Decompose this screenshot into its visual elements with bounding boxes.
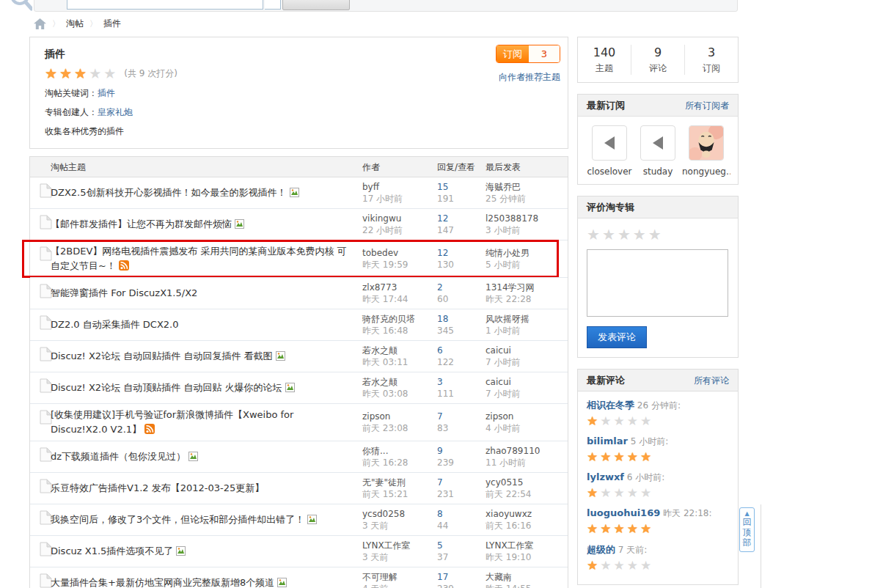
thread-title-link[interactable]: dz下载频道插件（包你没见过） — [51, 451, 186, 462]
comment-user-link[interactable]: lylzwxf — [587, 471, 624, 482]
breadcrumb-link-taotie[interactable]: 淘帖 — [66, 18, 84, 30]
lastpost-user-link[interactable]: caicui — [486, 345, 568, 356]
star-empty: ★ — [618, 226, 633, 243]
thread-title-link[interactable]: Discuz X1.5插件选项不见了 — [51, 545, 173, 556]
comment-user-link[interactable]: luoguohui169 — [587, 507, 660, 518]
reply-count-link[interactable]: 17 — [437, 571, 486, 583]
reply-count-link[interactable]: 12 — [437, 247, 486, 259]
home-icon[interactable] — [34, 18, 46, 29]
thread-title-link[interactable]: [收集使用建议]手机号验证for新浪微博插件【Xweibo for Discuz… — [51, 409, 293, 435]
recommend-to-author-link[interactable]: 向作者推荐主题 — [499, 71, 560, 84]
rate-input-stars[interactable]: ★★★★★ — [587, 232, 664, 242]
table-row: 【邮件群发插件】让您不再为群发邮件烦恼 vikingwu 22 小时前 12 1… — [30, 208, 568, 240]
avatar[interactable] — [592, 125, 627, 161]
lastpost-user-link[interactable]: zipson — [486, 411, 568, 422]
reply-count-link[interactable]: 18 — [437, 313, 486, 325]
author-link[interactable]: byff — [362, 181, 437, 193]
reply-count-link[interactable]: 9 — [437, 445, 486, 457]
thread-title-link[interactable]: 我换空间后，修改了3个文件，但论坛和部分插件却出错了！ — [51, 514, 304, 525]
comment-user-link[interactable]: 超级的 — [587, 544, 615, 555]
thread-title-link[interactable]: 智能弹窗插件 For DiscuzX1.5/X2 — [51, 287, 197, 298]
reply-count-link[interactable]: 5 — [437, 540, 486, 551]
reply-count-link[interactable]: 2 — [437, 282, 486, 293]
all-subscribers-link[interactable]: 所有订阅者 — [685, 95, 729, 117]
table-row: DZX2.5创新科技开心影视插件！如今最全的影视插件！ byff 17 小时前 … — [30, 177, 568, 208]
all-comments-link[interactable]: 所有评论 — [694, 370, 729, 392]
author-link[interactable]: 骑舒克的贝塔 — [362, 313, 437, 325]
star-filled: ★ — [45, 65, 59, 81]
lastpost-user-link[interactable]: caicui — [486, 376, 568, 388]
author-link[interactable]: 若水之颠 — [362, 345, 437, 356]
thread-title-cell: DZX2.5创新科技开心影视插件！如今最全的影视插件！ — [51, 185, 362, 200]
reply-count-link[interactable]: 3 — [437, 376, 486, 388]
author-link[interactable]: 你猜... — [362, 445, 437, 457]
reply-count-link[interactable]: 15 — [437, 181, 486, 193]
star-empty: ★ — [600, 558, 613, 573]
subscribe-button[interactable]: 订阅 3 — [496, 45, 560, 63]
author-link[interactable]: 不可理解 — [362, 571, 437, 583]
star-filled: ★ — [627, 521, 640, 536]
thread-title-cell: DZ2.0 自动采集插件 DCX2.0 — [51, 317, 362, 332]
avatar[interactable] — [640, 125, 675, 161]
reply-count-link[interactable]: 8 — [437, 508, 486, 520]
subscriber-name[interactable]: closelover — [585, 166, 634, 177]
reply-count-link[interactable]: 7 — [437, 411, 486, 422]
lastpost-user-link[interactable]: 风吹摇呀摇 — [486, 313, 568, 325]
star-empty: ★ — [614, 558, 627, 573]
thread-title-link[interactable]: DZ2.0 自动采集插件 DCX2.0 — [51, 319, 179, 330]
subscribers-title: 最新订阅 — [587, 95, 625, 117]
subscriber-name[interactable]: nongyueg… — [682, 166, 730, 177]
author-link[interactable]: zipson — [362, 411, 437, 422]
search-type-dropdown[interactable] — [265, 0, 281, 10]
search-input[interactable] — [67, 0, 263, 10]
avatar[interactable] — [689, 125, 724, 161]
star-filled: ★ — [614, 449, 627, 464]
author-link[interactable]: 若水之颠 — [362, 376, 437, 388]
author-link[interactable]: tobedev — [362, 247, 437, 259]
submit-comment-button[interactable]: 发表评论 — [587, 326, 647, 348]
lastpost-user-link[interactable]: xiaoyuwxz — [486, 508, 568, 520]
thread-title-link[interactable]: DZX2.5创新科技开心影视插件！如今最全的影视插件！ — [51, 187, 287, 198]
breadcrumb-link-current[interactable]: 插件 — [103, 18, 121, 30]
back-to-top-button[interactable]: ▲ 回顶部 — [739, 507, 755, 552]
subscriber-name[interactable]: studay — [634, 166, 682, 177]
lastpost-user-link[interactable]: 1314学习网 — [486, 282, 568, 293]
reply-count-link[interactable]: 12 — [437, 213, 486, 224]
lastpost-user-link[interactable]: LYNX工作室 — [486, 540, 568, 551]
lastpost-user-link[interactable]: 纯情小处男 — [486, 247, 568, 259]
thread-author-cell: 若水之颠 昨天 03:11 — [362, 345, 437, 368]
comment-user-link[interactable]: bilimlar — [587, 436, 628, 446]
author-link[interactable]: 无"妻"徒刑 — [362, 477, 437, 488]
star-filled: ★ — [587, 414, 600, 428]
author-link[interactable]: ycsd0258 — [362, 508, 437, 520]
lastpost-user-link[interactable]: zhao789110 — [486, 445, 568, 457]
comment-textarea[interactable] — [587, 249, 728, 317]
author-link[interactable]: LYNX工作室 — [362, 540, 437, 551]
thread-title-link[interactable]: Discuz! X2论坛 自动回贴插件 自动回复插件 看截图 — [51, 350, 273, 361]
thread-title-link[interactable]: 乐豆特效广告插件V1.2 发布【2012-03-25更新】 — [51, 482, 264, 493]
comment-user-link[interactable]: 相识在冬季 — [587, 400, 634, 411]
creator-link[interactable]: 皇家礼炮 — [98, 107, 133, 117]
star-empty: ★ — [648, 226, 664, 243]
view-count: 147 — [437, 224, 486, 236]
thread-title-link[interactable]: Discuz! X2论坛 自动顶贴插件 自动回贴 火爆你的论坛 — [51, 382, 282, 393]
lastpost-user-link[interactable]: 大藏南 — [486, 571, 568, 583]
author-link[interactable]: vikingwu — [362, 213, 437, 224]
author-link[interactable]: zlx8773 — [362, 282, 437, 293]
lastpost-user-link[interactable]: l250388178 — [486, 213, 568, 224]
view-count: 37 — [437, 551, 486, 563]
reply-count-link[interactable]: 7 — [437, 477, 486, 488]
thread-replies-cell: 2 60 — [437, 282, 486, 305]
thread-list: DZX2.5创新科技开心影视插件！如今最全的影视插件！ byff 17 小时前 … — [30, 177, 568, 588]
lastpost-user-link[interactable]: 海贼乔巴 — [486, 181, 568, 193]
thread-author-cell: 你猜... 前天 16:28 — [362, 445, 437, 468]
thread-title-link[interactable]: 【邮件群发插件】让您不再为群发邮件烦恼 — [51, 218, 232, 229]
thread-title-link[interactable]: 【2BDEV】网络电视插件震撼发布 采用共同的某商业版本免费内核 可自定义节目~… — [51, 246, 347, 271]
comment-rating-stars: ★★★★★ — [587, 559, 729, 572]
reply-count-link[interactable]: 6 — [437, 345, 486, 356]
lastpost-user-link[interactable]: ycy0515 — [486, 477, 568, 488]
thread-title-link[interactable]: 大量插件合集+最新仿地宝网商业完整版新增8个频道 — [51, 577, 274, 588]
search-button[interactable] — [282, 0, 350, 10]
album-rating-stars[interactable]: ★★★★★ — [45, 67, 118, 81]
keyword-link[interactable]: 插件 — [98, 88, 115, 98]
